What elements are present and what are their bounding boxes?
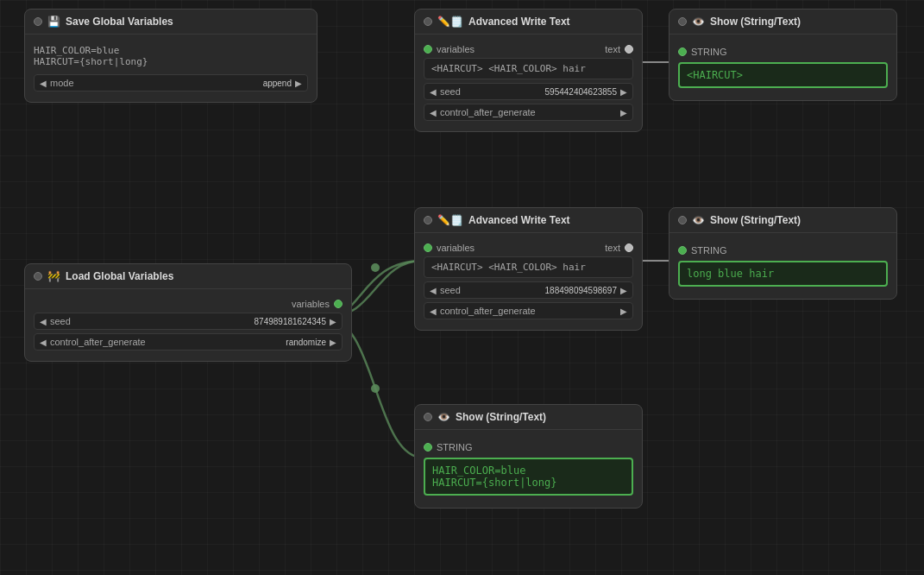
save-global-variables-node: 💾 Save Global Variables HAIR_COLOR=blue … <box>24 9 317 103</box>
adv-write-bottom-text-out-port[interactable] <box>625 243 633 252</box>
adv-write-bottom-variables-label: variables <box>437 243 475 253</box>
adv-write-bottom-control-left-arrow[interactable]: ◀ <box>430 306 437 316</box>
adv-write-bottom-title: Advanced Write Text <box>468 214 570 226</box>
adv-write-bottom-ports: variables text <box>424 243 633 253</box>
adv-write-bottom-node: ✏️🗒️ Advanced Write Text variables text … <box>414 207 643 331</box>
adv-write-bottom-seed-left-arrow[interactable]: ◀ <box>430 286 437 295</box>
show-top-string-row: STRING <box>678 47 888 57</box>
save-global-title: Save Global Variables <box>66 16 173 28</box>
show-middle-title: Show (String/Text) <box>710 214 801 226</box>
load-global-seed-right-arrow[interactable]: ▶ <box>330 317 336 326</box>
adv-write-top-seed-row: ◀ seed 595442404623855 ▶ <box>424 83 633 100</box>
save-global-mode-left-arrow[interactable]: ◀ <box>40 79 47 88</box>
adv-write-top-title: Advanced Write Text <box>468 16 570 28</box>
save-global-text: HAIR_COLOR=blue HAIRCUT={short|long} <box>34 41 308 71</box>
show-middle-output: long blue hair <box>678 261 888 287</box>
adv-write-bottom-seed-value: 188498094598697 <box>545 286 617 295</box>
load-global-icon: 🚧 <box>47 270 60 282</box>
show-middle-string-row: STRING <box>678 245 888 256</box>
load-global-title: Load Global Variables <box>66 270 173 282</box>
adv-write-top-icon: ✏️🗒️ <box>437 16 463 28</box>
svg-point-1 <box>371 384 380 393</box>
show-top-body: STRING <HAIRCUT> <box>669 35 896 100</box>
save-global-mode-value: append <box>263 79 292 88</box>
show-middle-toggle[interactable] <box>678 216 687 224</box>
adv-write-bottom-control-right-arrow[interactable]: ▶ <box>620 306 627 316</box>
show-bottom-string-port[interactable] <box>424 443 432 452</box>
save-global-mode-label: mode <box>50 78 260 88</box>
load-global-control-label: control_after_generate <box>50 337 282 347</box>
load-global-variables-row: variables <box>34 299 343 309</box>
load-global-control-left-arrow[interactable]: ◀ <box>40 338 47 347</box>
adv-write-top-seed-value: 595442404623855 <box>545 87 617 97</box>
show-bottom-string-row: STRING <box>424 442 633 452</box>
adv-write-top-ports: variables text <box>424 44 633 54</box>
adv-write-top-variables-label: variables <box>437 44 475 54</box>
load-global-variables-label: variables <box>292 299 330 309</box>
load-global-control-right-arrow[interactable]: ▶ <box>330 338 336 347</box>
adv-write-top-toggle[interactable] <box>424 17 432 26</box>
load-global-body: variables ◀ seed 874989181624345 ▶ ◀ con… <box>25 289 351 361</box>
save-global-body: HAIR_COLOR=blue HAIRCUT={short|long} ◀ m… <box>25 35 317 102</box>
adv-write-bottom-body: variables text <HAIRCUT> <HAIR_COLOR> ha… <box>415 233 642 330</box>
adv-write-top-text-out-port[interactable] <box>625 45 633 54</box>
svg-point-0 <box>371 263 380 272</box>
show-top-icon: 👁️ <box>692 16 705 28</box>
adv-write-bottom-header: ✏️🗒️ Advanced Write Text <box>415 208 642 233</box>
save-global-toggle[interactable] <box>34 17 42 26</box>
adv-write-bottom-text-label: text <box>605 243 620 253</box>
adv-write-top-seed-right-arrow[interactable]: ▶ <box>620 87 627 97</box>
show-bottom-node: 👁️ Show (String/Text) STRING HAIR_COLOR=… <box>414 404 643 509</box>
adv-write-top-control-row: ◀ control_after_generate ▶ <box>424 104 633 121</box>
adv-write-top-header: ✏️🗒️ Advanced Write Text <box>415 9 642 35</box>
adv-write-bottom-template: <HAIRCUT> <HAIR_COLOR> hair <box>424 256 633 278</box>
show-middle-string-label: STRING <box>691 245 727 256</box>
show-top-header: 👁️ Show (String/Text) <box>669 9 896 35</box>
adv-write-top-node: ✏️🗒️ Advanced Write Text variables text … <box>414 9 643 132</box>
save-global-mode-right-arrow[interactable]: ▶ <box>295 79 302 88</box>
adv-write-bottom-control-label: control_after_generate <box>440 306 617 316</box>
show-bottom-title: Show (String/Text) <box>456 411 546 423</box>
adv-write-bottom-variables-port[interactable] <box>424 243 432 252</box>
show-bottom-icon: 👁️ <box>437 411 450 423</box>
adv-write-top-seed-left-arrow[interactable]: ◀ <box>430 87 437 97</box>
load-global-variables-port[interactable] <box>334 300 343 308</box>
show-middle-string-port[interactable] <box>678 246 687 255</box>
load-global-variables-node: 🚧 Load Global Variables variables ◀ seed… <box>24 263 352 362</box>
show-bottom-header: 👁️ Show (String/Text) <box>415 405 642 430</box>
show-bottom-string-label: STRING <box>437 442 473 452</box>
adv-write-bottom-seed-label: seed <box>440 285 542 295</box>
adv-write-top-body: variables text <HAIRCUT> <HAIR_COLOR> ha… <box>415 35 642 131</box>
adv-write-top-variables-port[interactable] <box>424 45 432 54</box>
load-global-seed-value: 874989181624345 <box>255 317 326 326</box>
show-top-title: Show (String/Text) <box>710 16 801 28</box>
show-bottom-toggle[interactable] <box>424 413 432 421</box>
adv-write-top-text-label: text <box>605 44 620 54</box>
show-middle-icon: 👁️ <box>692 214 705 226</box>
adv-write-bottom-seed-right-arrow[interactable]: ▶ <box>620 286 627 295</box>
show-top-toggle[interactable] <box>678 17 687 26</box>
show-top-string-port[interactable] <box>678 47 687 56</box>
adv-write-bottom-toggle[interactable] <box>424 216 432 224</box>
adv-write-bottom-control-row: ◀ control_after_generate ▶ <box>424 302 633 319</box>
adv-write-top-control-left-arrow[interactable]: ◀ <box>430 108 437 117</box>
save-global-icon: 💾 <box>47 16 60 28</box>
show-top-output: <HAIRCUT> <box>678 62 888 88</box>
show-top-string-label: STRING <box>691 47 727 57</box>
adv-write-bottom-seed-row: ◀ seed 188498094598697 ▶ <box>424 281 633 299</box>
show-middle-header: 👁️ Show (String/Text) <box>669 208 896 233</box>
load-global-seed-left-arrow[interactable]: ◀ <box>40 317 47 326</box>
load-global-header: 🚧 Load Global Variables <box>25 264 351 289</box>
adv-write-top-seed-label: seed <box>440 86 542 97</box>
show-top-node: 👁️ Show (String/Text) STRING <HAIRCUT> <box>669 9 897 101</box>
load-global-control-value: randomize <box>286 338 326 347</box>
load-global-seed-label: seed <box>50 316 251 326</box>
show-bottom-body: STRING HAIR_COLOR=blue HAIRCUT={short|lo… <box>415 430 642 508</box>
save-global-header: 💾 Save Global Variables <box>25 9 317 35</box>
adv-write-bottom-icon: ✏️🗒️ <box>437 214 463 226</box>
adv-write-top-control-right-arrow[interactable]: ▶ <box>620 108 627 117</box>
load-global-control-row: ◀ control_after_generate randomize ▶ <box>34 333 343 351</box>
show-bottom-output: HAIR_COLOR=blue HAIRCUT={short|long} <box>424 458 633 496</box>
load-global-seed-row: ◀ seed 874989181624345 ▶ <box>34 313 343 330</box>
load-global-toggle[interactable] <box>34 272 42 281</box>
